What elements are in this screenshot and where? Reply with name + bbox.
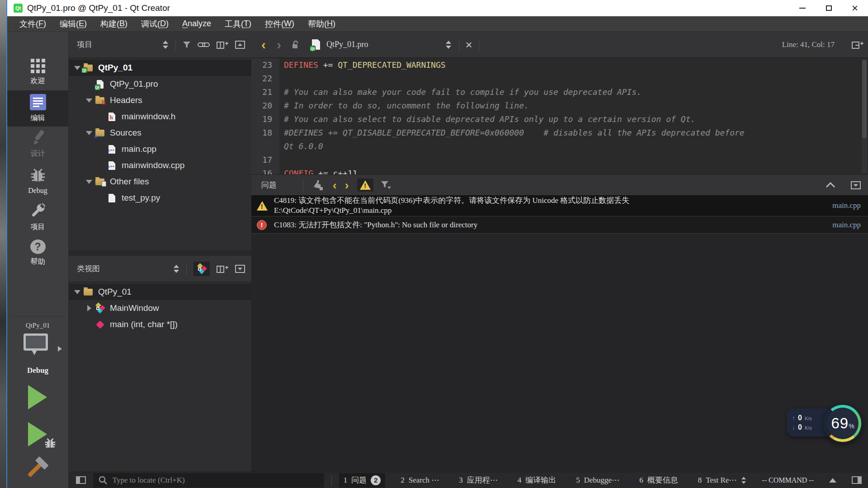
panel-combo-arrows-icon[interactable]: [173, 264, 179, 273]
minimize-button[interactable]: [789, 0, 816, 16]
menu-item-控件-w[interactable]: 控件(W): [258, 16, 301, 31]
output-pane-debugge[interactable]: 5Debugge⋯: [571, 473, 624, 488]
output-pane-test-re[interactable]: 8Test Re⋯: [693, 473, 741, 488]
output-pane-编译输出[interactable]: 4编译输出: [513, 473, 561, 488]
code-text: # You can also make your code fail to co…: [279, 85, 642, 99]
mode-item-welcome[interactable]: 欢迎: [7, 54, 68, 90]
build-button[interactable]: [23, 455, 50, 483]
grid-icon: [31, 59, 45, 73]
project-tree-item-sources[interactable]: C++Sources: [69, 125, 251, 141]
scrollbar-thumb[interactable]: [862, 60, 867, 138]
project-tree-item-headers[interactable]: hHeaders: [69, 92, 251, 108]
output-pane-问题[interactable]: 1问题2: [339, 473, 386, 488]
expander-down-icon[interactable]: [84, 99, 94, 103]
toggle-right-sidebar-button[interactable]: [852, 476, 862, 484]
func-icon: [94, 322, 106, 328]
tree-item-label: Other files: [110, 177, 149, 187]
class-tree-item-qtpy-01[interactable]: QtPy_01: [69, 284, 251, 300]
expander-down-icon[interactable]: [72, 66, 82, 70]
output-pane-search[interactable]: 2Search ⋯: [396, 473, 443, 488]
code-line-17: 17: [251, 153, 868, 167]
menu-item-构建-b[interactable]: 构建(B): [94, 16, 134, 31]
navigate-forward-button[interactable]: ›: [277, 38, 281, 52]
close-panel-up-icon[interactable]: [235, 41, 245, 49]
panel-splitter[interactable]: [69, 250, 251, 256]
mode-item-debug[interactable]: Debug: [7, 163, 68, 199]
expander-down-icon[interactable]: [72, 290, 82, 294]
run-debug-button[interactable]: [28, 422, 55, 447]
kit-selector-button[interactable]: [24, 333, 48, 351]
hammer-icon: [23, 455, 50, 483]
locator-input[interactable]: [113, 476, 319, 485]
mode-item-label: 欢迎: [31, 76, 45, 86]
menu-item-帮助-h[interactable]: 帮助(H): [301, 16, 342, 31]
previous-issue-button[interactable]: ‹: [333, 179, 337, 191]
menu-item-编辑-e[interactable]: 编辑(E): [53, 16, 94, 31]
expander-down-icon[interactable]: [84, 131, 94, 135]
mode-item-help[interactable]: ?帮助: [7, 235, 68, 271]
run-button[interactable]: [28, 385, 47, 409]
code-line-22: 22: [251, 72, 868, 85]
document-combo-arrows-icon[interactable]: [445, 40, 452, 49]
expander-right-icon[interactable]: [84, 305, 94, 311]
link-editor-icon[interactable]: [198, 42, 210, 48]
close-panel-down-icon[interactable]: [235, 265, 245, 273]
maximize-panel-icon[interactable]: [826, 182, 835, 188]
issues-panel-title: 问题: [261, 180, 277, 190]
project-tree-item-test-py-py[interactable]: test_py.py: [69, 190, 251, 206]
split-editor-icon[interactable]: [852, 40, 863, 49]
issue-row-error[interactable]: !C1083: 无法打开包括文件: "Python.h": No such fi…: [251, 216, 868, 234]
toggle-left-sidebar-button[interactable]: [76, 476, 86, 484]
class-tree-item-mainwindow[interactable]: MainWindow: [69, 300, 251, 316]
folder-icon: [82, 289, 94, 296]
project-tree-item-mainwindow-cpp[interactable]: c++mainwindow.cpp: [69, 157, 251, 174]
menu-item-文件-f[interactable]: 文件(F): [13, 16, 53, 31]
issue-row-warning[interactable]: C4819: 该文件包含不能在当前代码页(936)中表示的字符。请将该文件保存为…: [251, 195, 868, 216]
output-pane-概要信息[interactable]: 6概要信息: [635, 473, 683, 488]
project-tree-item-other-files[interactable]: Other files: [69, 174, 251, 190]
next-issue-button[interactable]: ›: [345, 179, 349, 191]
editor-scrollbar[interactable]: [862, 59, 867, 174]
maximize-button[interactable]: [816, 0, 842, 16]
expander-down-icon[interactable]: [84, 180, 94, 184]
navigate-back-button[interactable]: ‹: [261, 38, 266, 52]
locator[interactable]: [93, 473, 324, 488]
class-view-toggle[interactable]: [193, 262, 210, 276]
split-new-window-icon[interactable]: [217, 40, 228, 49]
percent-gauge-widget[interactable]: 69 %: [823, 404, 863, 443]
mode-item-edit[interactable]: 编辑: [7, 90, 68, 127]
cursor-position: Line: 41, Col: 17: [782, 40, 835, 49]
code-editor[interactable]: 23DEFINES += QT_DEPRECATED_WARNINGS2221#…: [251, 58, 868, 174]
expand-up-icon[interactable]: [829, 478, 836, 483]
menu-item-工具-t[interactable]: 工具(T): [218, 16, 258, 31]
issue-file[interactable]: main.cpp: [832, 221, 868, 230]
menu-item-调试-d[interactable]: 调试(D): [134, 16, 175, 31]
close-button[interactable]: ×: [842, 0, 868, 16]
pane-label: Search ⋯: [409, 475, 439, 485]
clean-icon[interactable]: [312, 180, 323, 191]
kit-expand-arrow-icon[interactable]: [58, 346, 62, 352]
class-tree-item-main-int-char[interactable]: main (int, char *[]): [69, 316, 251, 333]
close-document-button[interactable]: ×: [466, 39, 472, 51]
mode-item-projects[interactable]: 项目: [7, 199, 68, 235]
issue-file[interactable]: main.cpp: [832, 201, 868, 210]
split-new-window-icon[interactable]: [217, 264, 228, 273]
project-tree-item-qtpy-01-pro[interactable]: QtQtPy_01.pro: [69, 76, 251, 92]
show-warnings-toggle[interactable]: [357, 178, 373, 192]
class-tree: QtPy_01MainWindowmain (int, char *[]): [69, 282, 251, 472]
separator: [331, 475, 332, 486]
mode-item-design[interactable]: 设计: [7, 127, 68, 163]
sort-arrows-icon[interactable]: [741, 476, 746, 484]
project-tree-item-main-cpp[interactable]: c++main.cpp: [69, 141, 251, 157]
filter-issues-icon[interactable]: [381, 181, 392, 190]
project-tree-item-mainwindow-h[interactable]: hmainwindow.h: [69, 108, 251, 125]
project-tree-item-qtpy-01[interactable]: QtQtPy_01: [69, 60, 251, 76]
file-cpp-icon: c++: [106, 161, 118, 170]
close-panel-down-icon[interactable]: [851, 181, 861, 189]
open-document-selector[interactable]: QtPy_01.pro: [326, 40, 368, 49]
menu-item-analyze[interactable]: Analyze: [175, 16, 218, 31]
panel-combo-arrows-icon[interactable]: [162, 40, 169, 49]
output-pane-应用程[interactable]: 3应用程⋯: [454, 473, 502, 488]
file-h-icon: h: [106, 113, 118, 121]
filter-icon[interactable]: [183, 41, 191, 48]
